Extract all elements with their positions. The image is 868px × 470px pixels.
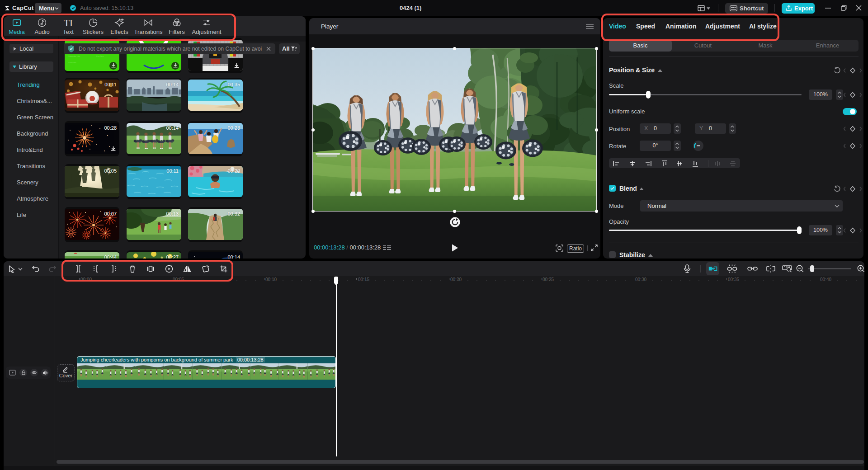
- svg-text:Part Next: Part Next: [96, 55, 104, 57]
- svg-text:Subscribe: Subscribe: [68, 61, 77, 64]
- svg-text:Subscribe Like: Subscribe Like: [68, 55, 80, 57]
